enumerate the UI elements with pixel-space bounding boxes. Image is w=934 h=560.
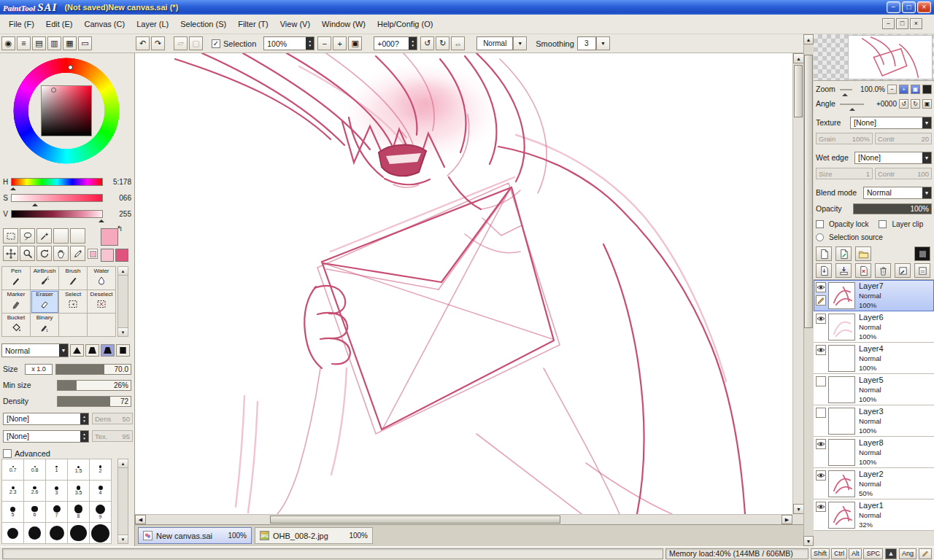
brush-size-cell[interactable]: 6 [24, 502, 46, 523]
custom-palette-icon[interactable]: ▦ [63, 36, 77, 50]
selection-move-button[interactable]: ▱ [174, 36, 188, 50]
scroll-down-icon[interactable]: ▼ [803, 536, 814, 546]
right-panel-scrollbar[interactable]: ▲ ▼ [803, 34, 814, 546]
tool-water-button[interactable]: Water [88, 267, 116, 290]
modifier-key-alt[interactable]: Alt [849, 548, 862, 559]
primary-color-swatch[interactable] [101, 228, 118, 246]
menu-item-canvas[interactable]: Canvas (C) [79, 15, 131, 34]
layer-thumbnail[interactable] [828, 282, 855, 309]
layer-thumbnail[interactable] [828, 408, 855, 435]
window-maximize-button[interactable]: □ [902, 1, 916, 13]
redo-button[interactable]: ↷ [151, 36, 165, 50]
pen-edit-icon[interactable] [919, 548, 932, 559]
brush-size-cell[interactable]: 9 [90, 502, 112, 523]
selection-checkbox[interactable]: ✓ [212, 39, 220, 48]
brush-size-cell[interactable]: 3.5 [68, 481, 90, 502]
scroll-down-icon[interactable]: ▼ [118, 534, 128, 543]
window-close-button[interactable]: × [917, 1, 931, 13]
layer-visibility-eye-icon[interactable] [816, 282, 826, 292]
tip-triangle-button[interactable] [70, 344, 84, 357]
tool-airbrush-button[interactable]: AirBrush [31, 267, 59, 290]
sv-square-marker[interactable] [51, 88, 56, 93]
layer-thumbnail[interactable] [828, 502, 855, 529]
brush-size-cell[interactable]: 4 [90, 481, 112, 502]
vertical-scroll-thumb[interactable] [794, 65, 803, 117]
saturation-slider[interactable] [11, 194, 103, 202]
layer-visibility-eye-icon[interactable] [816, 345, 826, 355]
nav-rotate-cw-button[interactable]: ↻ [911, 99, 920, 109]
layer-thumbnail[interactable] [828, 439, 855, 466]
screen-mode-button[interactable] [922, 85, 932, 94]
texture-combo[interactable]: [None] ▼ [850, 117, 932, 129]
saturation-value-square[interactable] [41, 85, 92, 136]
layer-clip-checkbox[interactable] [879, 220, 887, 228]
scroll-up-icon[interactable]: ▲ [793, 53, 804, 63]
zoom-in-button[interactable]: + [333, 36, 347, 50]
zoom-out-button[interactable]: − [317, 36, 331, 50]
tip-flat-button[interactable] [116, 344, 130, 357]
brush-size-cell[interactable]: 0.8 [24, 459, 46, 481]
brush-size-cell[interactable] [24, 523, 46, 544]
layer-row-layer4[interactable]: Layer4Normal100% [814, 343, 934, 374]
brush-size-cell[interactable]: 1 [46, 459, 68, 481]
color-pair-icon[interactable] [88, 249, 98, 259]
rgb-sliders-icon[interactable]: ≡ [17, 36, 31, 50]
new-layer-button[interactable] [816, 246, 832, 261]
advanced-checkbox[interactable] [3, 449, 12, 458]
blend-mode-combo[interactable]: Normal ▼ [863, 187, 932, 199]
tool-brush-button[interactable]: Brush [59, 267, 88, 290]
menu-item-selection[interactable]: Selection (S) [174, 15, 232, 34]
undo-button[interactable]: ↶ [136, 36, 150, 50]
wet-edge-dropdown-icon[interactable]: ▼ [922, 152, 931, 163]
brush-size-cell[interactable]: 5 [2, 502, 24, 523]
canvas-tab-1[interactable]: New canvas.sai100% [138, 527, 252, 544]
nav-zoom-out-button[interactable]: − [887, 85, 897, 94]
density-slider[interactable]: 72 [57, 396, 131, 407]
angle-snap-button[interactable]: Ang [899, 548, 916, 559]
wet-edge-combo[interactable]: [None] ▼ [854, 152, 932, 164]
magic-wand-icon[interactable] [36, 228, 52, 244]
size-palette-scrollbar[interactable]: ▲ ▼ [117, 459, 128, 544]
scroll-up-icon[interactable]: ▲ [118, 267, 128, 276]
layer-row-layer7[interactable]: Layer7Normal100% [814, 280, 934, 311]
rotate-spinner[interactable]: ▲▼ [409, 37, 417, 50]
zoom-fit-button[interactable]: ▣ [348, 36, 362, 50]
brush-size-cell[interactable]: 1.5 [68, 459, 90, 481]
opacity-slider[interactable]: 100% [853, 203, 932, 214]
tool-eraser-button[interactable]: Eraser [31, 290, 59, 314]
mdi-restore-button[interactable]: □ [896, 18, 908, 29]
layer-visibility-checkbox[interactable] [816, 408, 826, 418]
brush-texture-spinner[interactable]: ▲▼ [80, 413, 88, 424]
tool-marker-button[interactable]: Marker [2, 290, 31, 314]
minsize-slider[interactable]: 26% [57, 380, 131, 391]
tool-binary-button[interactable]: Binary1 [31, 314, 59, 337]
brush-effect-combo[interactable]: [None] ▲▼ [3, 430, 89, 443]
merge-down-button[interactable] [835, 263, 852, 278]
brush-size-cell[interactable] [2, 523, 24, 544]
brush-texture-combo[interactable]: [None] ▲▼ [3, 413, 89, 425]
tertiary-color-swatch[interactable] [115, 249, 128, 262]
scroll-up-icon[interactable]: ▲ [118, 459, 128, 468]
rotate-combo[interactable]: +000? ▲▼ [374, 36, 417, 50]
color-wheel-icon[interactable]: ◉ [1, 36, 15, 50]
brush-size-cell[interactable]: 0.7 [2, 459, 24, 481]
brush-effect-spinner[interactable]: ▲▼ [80, 431, 88, 442]
lasso-icon[interactable] [20, 228, 35, 244]
secondary-color-swatch[interactable] [101, 249, 114, 262]
mdi-close-button[interactable]: × [910, 18, 922, 29]
blend-mode-dropdown-icon[interactable]: ▼ [922, 187, 931, 198]
swap-colors-icon[interactable]: ↰ [117, 225, 123, 233]
zoom-combo[interactable]: 100% ▲▼ [263, 36, 314, 50]
modifier-key-shift[interactable]: Shift [811, 548, 830, 559]
tool-deselect-button[interactable]: Deselect [88, 290, 116, 314]
menu-item-help[interactable]: Help/Config (O) [371, 15, 439, 34]
brush-size-cell[interactable]: 7 [46, 502, 68, 523]
brush-mode-combo[interactable]: Normal ▼ [1, 343, 69, 357]
brush-size-cell[interactable] [90, 523, 112, 544]
panel-scroll-thumb[interactable] [804, 55, 813, 328]
layer-row-layer1[interactable]: Layer1Normal32% [814, 499, 934, 531]
tool-bucket-button[interactable]: Bucket [2, 314, 31, 337]
rotate-cw-button[interactable]: ↻ [436, 36, 449, 50]
size-slider[interactable]: 70.0 [55, 364, 131, 375]
nav-angle-slider[interactable] [840, 104, 864, 105]
